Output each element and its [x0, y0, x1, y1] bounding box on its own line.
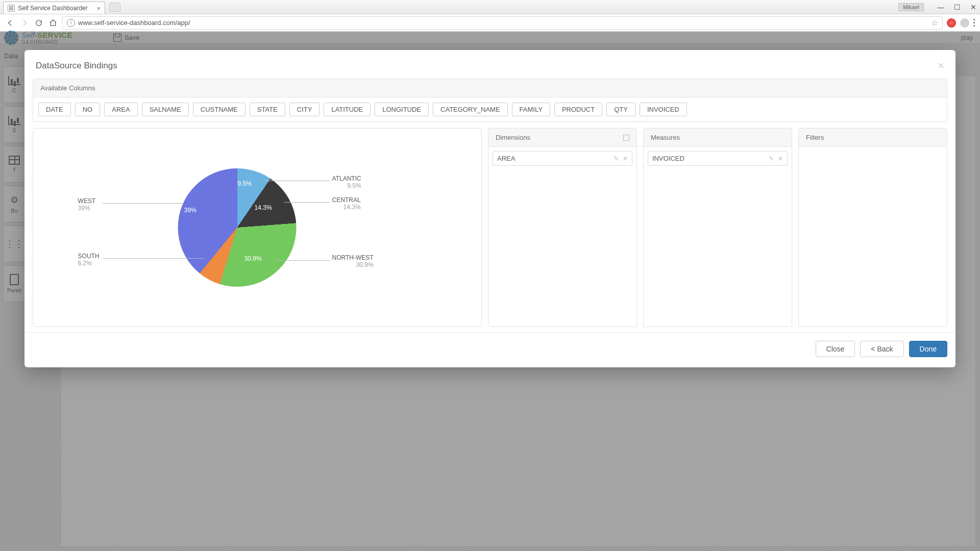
remove-icon[interactable]: ✕ — [778, 155, 783, 162]
slice-pct: 39% — [184, 207, 197, 214]
edit-icon[interactable]: ✎ — [769, 155, 774, 162]
url-text: www.self-service-dashboard.com/app/ — [78, 19, 190, 27]
column-chip[interactable]: LATITUDE — [324, 103, 371, 116]
field-pill[interactable]: AREA✎✕ — [493, 151, 632, 166]
browser-menu-icon[interactable] — [973, 19, 975, 27]
minimize-icon[interactable]: — — [936, 3, 945, 12]
column-chip[interactable]: FAMILY — [512, 103, 550, 116]
reload-icon[interactable] — [34, 18, 44, 28]
slice-name: NORTH-WEST — [332, 254, 374, 261]
column-chip[interactable]: INVOICED — [640, 103, 687, 116]
close-icon[interactable]: × — [96, 4, 101, 12]
done-button[interactable]: Done — [909, 341, 947, 357]
datasource-bindings-modal: DataSource Bindings × Available Columns … — [24, 50, 955, 367]
slice-label: 6.2% — [78, 260, 100, 267]
filters-panel[interactable]: Filters — [798, 128, 947, 327]
info-icon[interactable]: i — [67, 19, 75, 27]
user-badge[interactable]: Mikael — [898, 3, 924, 11]
extension-icon[interactable] — [960, 18, 969, 28]
url-input[interactable]: i www.self-service-dashboard.com/app/ ☆ — [62, 16, 943, 30]
column-chip[interactable]: CATEGORY_NAME — [433, 103, 508, 116]
slice-name: CENTRAL — [332, 196, 361, 204]
back-icon[interactable] — [5, 18, 15, 28]
home-icon[interactable] — [48, 18, 58, 28]
page-icon — [8, 5, 15, 12]
field-pill[interactable]: INVOICED✎✕ — [648, 151, 788, 166]
measures-header: Measures — [651, 134, 680, 141]
slice-label: 14.3% — [332, 204, 361, 211]
close-button[interactable]: Close — [816, 341, 855, 357]
filters-header: Filters — [806, 134, 824, 141]
slice-pct: 30.9% — [244, 255, 262, 262]
slice-label: 39% — [78, 205, 96, 212]
browser-tabstrip: Self Service Dashboarder × Mikael — ☐ ✕ — [0, 0, 980, 14]
column-chip[interactable]: AREA — [104, 103, 137, 116]
chart-preview: 9.5% 14.3% 30.9% 39% — [33, 128, 482, 327]
available-columns-panel: Available Columns DATENOAREASALNAMECUSTN… — [33, 79, 947, 122]
column-chip[interactable]: QTY — [606, 103, 635, 116]
modal-overlay: DataSource Bindings × Available Columns … — [0, 32, 980, 551]
tab-title: Self Service Dashboarder — [18, 5, 88, 12]
column-chip[interactable]: PRODUCT — [554, 103, 602, 116]
slice-label: 30.9% — [332, 261, 374, 268]
column-chip[interactable]: CITY — [289, 103, 320, 116]
slice-pct: 9.5% — [238, 180, 252, 187]
browser-address-bar: i www.self-service-dashboard.com/app/ ☆ — [0, 14, 980, 32]
pie-chart — [178, 168, 297, 287]
column-chip[interactable]: STATE — [250, 103, 285, 116]
edit-icon[interactable]: ✎ — [614, 155, 619, 162]
modal-title: DataSource Bindings — [36, 61, 117, 71]
slice-pct: 14.3% — [255, 204, 272, 211]
remove-icon[interactable]: ✕ — [623, 155, 628, 162]
bookmark-icon[interactable]: ☆ — [931, 18, 938, 28]
dimensions-panel[interactable]: Dimensions AREA✎✕ — [488, 128, 637, 327]
maximize-icon[interactable]: ☐ — [952, 3, 962, 12]
column-chips-row: DATENOAREASALNAMECUSTNAMESTATECITYLATITU… — [33, 97, 947, 121]
dimensions-header: Dimensions — [496, 134, 530, 141]
window-close-icon[interactable]: ✕ — [969, 3, 978, 12]
modal-close-icon[interactable]: × — [938, 59, 944, 72]
column-chip[interactable]: SALNAME — [142, 103, 189, 116]
slice-name: SOUTH — [78, 253, 100, 260]
forward-icon — [19, 18, 30, 28]
slice-name: WEST — [78, 197, 96, 205]
column-chip[interactable]: LONGITUDE — [375, 103, 429, 116]
slice-label: 9.5% — [332, 182, 361, 189]
opera-icon[interactable] — [947, 18, 956, 28]
column-chip[interactable]: DATE — [38, 103, 71, 116]
available-columns-header: Available Columns — [33, 79, 947, 97]
slice-name: ATLANTIC — [332, 175, 361, 182]
checkbox-icon[interactable] — [623, 135, 629, 141]
column-chip[interactable]: CUSTNAME — [193, 103, 246, 116]
browser-tab[interactable]: Self Service Dashboarder × — [3, 2, 105, 14]
new-tab-button[interactable] — [109, 3, 120, 12]
measures-panel[interactable]: Measures INVOICED✎✕ — [643, 128, 792, 327]
column-chip[interactable]: NO — [75, 103, 101, 116]
back-button[interactable]: < Back — [860, 341, 903, 357]
